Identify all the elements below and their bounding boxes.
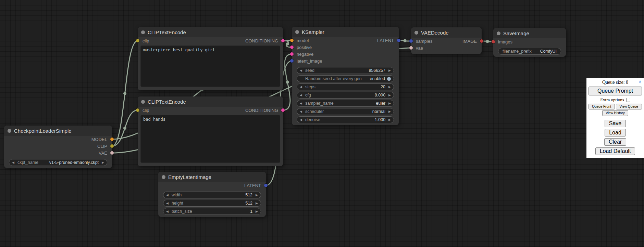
clip-output-slot[interactable] <box>110 144 114 148</box>
widget-name: Random seed after every gen <box>305 76 362 81</box>
increment-arrow-icon[interactable]: ▶ <box>388 118 391 121</box>
load-default-button[interactable]: Load Default <box>595 147 635 155</box>
node-collapse-dot[interactable] <box>141 100 145 104</box>
increment-arrow-icon[interactable]: ▶ <box>388 102 391 105</box>
node-clip-text-encode-positive[interactable]: CLIPTextEncode clip CONDITIONING masterp… <box>138 27 283 90</box>
toggle-on-dot[interactable] <box>387 77 391 81</box>
node-title-bar[interactable]: SaveImage <box>493 28 566 38</box>
node-title-bar[interactable]: CLIPTextEncode <box>138 96 283 107</box>
queue-front-button[interactable]: Queue Front <box>589 104 615 109</box>
decrement-arrow-icon[interactable]: ◀ <box>166 210 169 213</box>
widget-filename-prefix[interactable]: filename_prefix ComfyUI <box>498 48 561 55</box>
decrement-arrow-icon[interactable]: ◀ <box>166 194 169 197</box>
increment-arrow-icon[interactable]: ▶ <box>388 110 391 113</box>
node-checkpoint-loader-simple[interactable]: CheckpointLoaderSimple MODEL CLIP VAE ◀ … <box>4 126 112 168</box>
slot-row: samples IMAGE <box>411 38 482 44</box>
input-label-positive: positive <box>297 45 312 50</box>
clip-input-slot[interactable] <box>136 39 139 42</box>
widget-value: v1-5-pruned-emaonly.ckpt <box>49 160 99 165</box>
output-label-model: MODEL <box>91 137 107 142</box>
node-clip-text-encode-negative[interactable]: CLIPTextEncode clip CONDITIONING bad han… <box>138 96 283 166</box>
node-title: VAEDecode <box>421 30 449 36</box>
save-button[interactable]: Save <box>605 120 626 127</box>
node-empty-latent-image[interactable]: EmptyLatentImage LATENT ◀ width 512 ▶ ◀ … <box>158 172 266 217</box>
widget-scheduler[interactable]: ◀ scheduler normal ▶ <box>297 108 394 115</box>
widget-height[interactable]: ◀ height 512 ▶ <box>163 200 261 207</box>
prompt-textarea[interactable]: bad hands <box>140 115 280 163</box>
input-label-images: images <box>498 39 512 44</box>
widget-seed[interactable]: ◀ seed 8566257 ▶ <box>297 67 394 74</box>
widget-batch-size[interactable]: ◀ batch_size 1 ▶ <box>163 208 261 215</box>
widget-steps[interactable]: ◀ steps 20 ▶ <box>297 83 394 90</box>
decrement-arrow-icon[interactable]: ◀ <box>300 110 302 113</box>
prompt-textarea[interactable]: masterpiece best quality girl <box>140 46 280 87</box>
widget-ckpt-name[interactable]: ◀ ckpt_name v1-5-pruned-emaonly.ckpt ▶ <box>9 159 107 166</box>
increment-arrow-icon[interactable]: ▶ <box>256 202 258 205</box>
clip-input-slot[interactable] <box>136 108 139 112</box>
model-output-slot[interactable] <box>110 138 114 141</box>
increment-arrow-icon[interactable]: ▶ <box>256 194 258 197</box>
image-output-slot[interactable] <box>480 39 483 43</box>
increment-arrow-icon[interactable]: ▶ <box>388 94 391 97</box>
node-ksampler[interactable]: KSampler model LATENT positive negative … <box>292 27 399 125</box>
clear-button[interactable]: Clear <box>604 138 626 146</box>
queue-prompt-button[interactable]: Queue Prompt <box>589 87 642 95</box>
widget-sampler-name[interactable]: ◀ sampler_name euler ▶ <box>297 100 394 107</box>
node-collapse-dot[interactable] <box>414 31 418 35</box>
vae-output-slot[interactable] <box>110 151 114 155</box>
widget-random-seed-toggle[interactable]: Random seed after every gen enabled <box>297 75 394 82</box>
decrement-arrow-icon[interactable]: ◀ <box>12 161 14 164</box>
widget-cfg[interactable]: ◀ cfg 8.000 ▶ <box>297 92 394 99</box>
node-title-bar[interactable]: KSampler <box>292 27 399 37</box>
node-collapse-dot[interactable] <box>162 175 165 179</box>
images-input-slot[interactable] <box>492 40 495 43</box>
settings-gear-icon[interactable]: ✳ <box>638 80 642 84</box>
load-button[interactable]: Load <box>605 129 626 136</box>
decrement-arrow-icon[interactable]: ◀ <box>300 118 302 121</box>
output-label-conditioning: CONDITIONING <box>245 38 278 43</box>
node-title-bar[interactable]: CLIPTextEncode <box>138 27 283 37</box>
increment-arrow-icon[interactable]: ▶ <box>388 86 391 89</box>
view-queue-button[interactable]: View Queue <box>616 104 642 109</box>
decrement-arrow-icon[interactable]: ◀ <box>300 86 302 89</box>
slot-row: images <box>493 38 566 45</box>
node-collapse-dot[interactable] <box>497 31 500 35</box>
input-label-clip: clip <box>143 108 149 113</box>
node-title: CLIPTextEncode <box>148 99 186 105</box>
widget-width[interactable]: ◀ width 512 ▶ <box>163 192 261 198</box>
output-label-conditioning: CONDITIONING <box>245 108 278 113</box>
decrement-arrow-icon[interactable]: ◀ <box>166 202 169 205</box>
conditioning-output-slot[interactable] <box>281 39 285 42</box>
decrement-arrow-icon[interactable]: ◀ <box>300 69 302 72</box>
increment-arrow-icon[interactable]: ▶ <box>102 161 104 164</box>
decrement-arrow-icon[interactable]: ◀ <box>300 94 302 97</box>
increment-arrow-icon[interactable]: ▶ <box>256 210 258 213</box>
extra-options-checkbox[interactable] <box>626 98 630 102</box>
widget-value: enabled <box>370 76 385 81</box>
model-input-slot[interactable] <box>290 39 294 42</box>
latent-output-slot[interactable] <box>264 184 268 187</box>
negative-input-slot[interactable] <box>290 52 294 56</box>
positive-input-slot[interactable] <box>290 46 294 49</box>
node-vae-decode[interactable]: VAEDecode samples IMAGE vae <box>411 27 482 54</box>
decrement-arrow-icon[interactable]: ◀ <box>300 102 302 105</box>
link-midpoint-dot <box>286 81 289 84</box>
view-history-button[interactable]: View History <box>602 110 628 116</box>
vae-input-slot[interactable] <box>409 46 413 50</box>
widget-value: 20 <box>381 84 385 89</box>
samples-input-slot[interactable] <box>409 39 413 43</box>
conditioning-output-slot[interactable] <box>281 108 285 112</box>
node-title-bar[interactable]: EmptyLatentImage <box>158 172 266 182</box>
node-collapse-dot[interactable] <box>295 30 299 34</box>
node-title-bar[interactable]: CheckpointLoaderSimple <box>4 126 112 136</box>
node-collapse-dot[interactable] <box>141 30 145 34</box>
graph-canvas[interactable]: { "icons": { "arrow_left": "◀", "arrow_r… <box>0 0 644 247</box>
widget-value: 8.000 <box>375 93 385 98</box>
node-collapse-dot[interactable] <box>8 129 11 133</box>
latent-image-input-slot[interactable] <box>290 59 294 63</box>
node-save-image[interactable]: SaveImage images filename_prefix ComfyUI <box>493 28 566 57</box>
widget-denoise[interactable]: ◀ denoise 1.000 ▶ <box>297 116 394 123</box>
node-title-bar[interactable]: VAEDecode <box>411 27 482 38</box>
latent-output-slot[interactable] <box>397 39 400 42</box>
increment-arrow-icon[interactable]: ▶ <box>388 69 391 72</box>
